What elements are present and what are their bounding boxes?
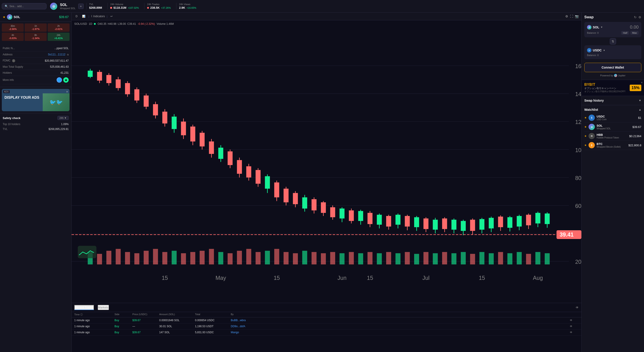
watchlist-header-row[interactable]: Watchlist ▲: [584, 108, 641, 111]
max-btn[interactable]: Max: [630, 31, 639, 35]
bybit-ad-text: オプション取引キャンペーン オプション取引手数料が30日間15%OFF!: [584, 87, 628, 93]
watchlist-item-hbb[interactable]: ★ H HBB Hubble Protocol Token $0.21364: [584, 132, 641, 141]
svg-rect-137: [256, 252, 260, 264]
half-btn[interactable]: Half: [621, 31, 629, 35]
volume-change: +107.02%: [128, 6, 139, 9]
token-name-block: SOL Wrapped SOL: [60, 3, 76, 9]
chart-fullscreen-btn[interactable]: ⛶: [570, 14, 573, 18]
table-row: 1 minute ago Buy $39.67 147 SOL 5,831.93…: [72, 330, 582, 336]
svg-rect-91: [433, 220, 438, 230]
svg-text:140.00: 140.00: [575, 91, 582, 97]
watchlist-star-icon: ★: [584, 116, 587, 119]
safety-header: Safety check 24h ▼: [3, 116, 69, 120]
top-nav: 🔍 Sea... add... ◎ SOL Wrapped SOL + TVL …: [0, 0, 644, 12]
watchlist-item-usdc[interactable]: ★ $ USDC USD Coin $1: [584, 113, 641, 122]
watchlist-item-btc[interactable]: ★ ₿ BTC Wrapped Bitcoin (Sollet) $22,800…: [584, 141, 641, 150]
chevron-down-icon: ▼: [600, 26, 603, 28]
svg-rect-138: [265, 251, 270, 264]
svg-rect-81: [386, 216, 391, 226]
svg-rect-152: [396, 253, 400, 264]
swap-settings-btn[interactable]: ⚙: [638, 15, 641, 19]
bottom-tabs: Recent Trades Markets 👁: [72, 303, 582, 312]
swap-refresh-btn[interactable]: ↻: [634, 15, 636, 19]
svg-rect-124: [134, 253, 139, 264]
svg-rect-142: [302, 251, 307, 264]
ads-banner: ADS ✕ DISPLAY YOUR ADS 🐦🐦: [2, 89, 70, 111]
bybit-ad-close-btn[interactable]: ✕: [641, 81, 643, 84]
tab-markets[interactable]: Markets: [98, 305, 109, 310]
svg-rect-166: [526, 254, 531, 264]
svg-rect-136: [246, 249, 251, 264]
svg-rect-127: [162, 252, 167, 264]
chart-settings-btn[interactable]: ⚙: [565, 14, 568, 18]
ads-close-button[interactable]: ✕: [66, 90, 68, 93]
watchlist-item-sol[interactable]: ★ ◎ SOL Wrapped SOL $39.67: [584, 122, 641, 132]
row-eye-icon[interactable]: 👁: [570, 319, 579, 322]
svg-rect-157: [442, 252, 447, 264]
safety-period-btn[interactable]: 24h ▼: [58, 116, 69, 120]
connect-wallet-button[interactable]: Connect Wallet: [584, 63, 641, 72]
svg-rect-155: [424, 252, 428, 264]
time-btn-4h[interactable]: 4h -0.03%: [2, 33, 24, 41]
svg-rect-27: [134, 89, 139, 101]
stat-more-info: More info 🌐 ◉: [3, 76, 69, 84]
svg-rect-39: [190, 127, 195, 142]
search-bar[interactable]: 🔍 Sea... add...: [2, 3, 46, 9]
globe-link[interactable]: 🌐: [56, 77, 62, 83]
token-logo: ◎: [50, 3, 57, 10]
indicators-button[interactable]: ⌇ Indicators: [91, 15, 105, 18]
add-token-button[interactable]: +: [78, 3, 84, 9]
svg-rect-63: [302, 197, 307, 209]
svg-rect-55: [265, 176, 270, 189]
views-24h-stat: 24h Views 2.9K +16.65%: [176, 3, 199, 9]
svg-rect-156: [433, 253, 438, 264]
left-token-price: $39.67: [59, 15, 69, 19]
time-btn-8h[interactable]: 8h -1.34%: [24, 33, 46, 41]
row-eye-icon[interactable]: 👁: [570, 331, 579, 334]
from-token-amount[interactable]: 0.00: [630, 24, 639, 30]
chart-btn-d[interactable]: D: [74, 14, 79, 18]
from-balance-row: Balance: 0 Half Max: [587, 31, 639, 35]
svg-rect-129: [181, 253, 186, 264]
chart-screenshot-btn[interactable]: 📷: [575, 14, 579, 18]
time-periods-grid: 30m -2.56% 1h -1.97% 2h -2.61% 4h -0.03%…: [0, 22, 71, 43]
chart-btn-bar[interactable]: 📊: [81, 14, 87, 18]
token-info-bar: ◎ SOL Wrapped SOL + TVL $268.89M 24h Vol…: [48, 3, 642, 10]
green-link[interactable]: ◉: [63, 77, 69, 83]
star-icon[interactable]: ★: [3, 15, 6, 19]
from-token-selector[interactable]: ◎ SOL ▼: [587, 25, 603, 29]
swap-action-buttons: ↻ ⚙: [634, 15, 641, 19]
svg-rect-71: [340, 209, 344, 218]
time-btn-24h[interactable]: 24h +5.41%: [48, 33, 70, 41]
svg-rect-111: [526, 215, 531, 225]
svg-rect-130: [190, 252, 195, 264]
btc-icon: ₿: [588, 142, 595, 148]
eye-icon[interactable]: 👁: [576, 306, 579, 309]
tab-recent-trades[interactable]: Recent Trades: [74, 305, 94, 310]
svg-rect-77: [368, 213, 372, 224]
copy-icon[interactable]: ⧉: [67, 53, 69, 56]
to-token-selector[interactable]: $ USDC ▼: [587, 48, 605, 52]
safety-title: Safety check: [3, 116, 20, 120]
address-value[interactable]: So111...11112: [48, 53, 65, 56]
swap-history-header[interactable]: Swap history ▼: [584, 99, 641, 102]
time-btn-30m[interactable]: 30m -2.56%: [2, 23, 24, 32]
time-btn-2h[interactable]: 2h -2.61%: [48, 23, 70, 32]
svg-rect-21: [106, 75, 111, 83]
swap-direction-btn[interactable]: ⇅: [610, 38, 616, 44]
svg-rect-43: [209, 141, 214, 154]
tvl-value: $268.89M: [89, 6, 102, 9]
ohlc-values: O40.35 H40.98 L39.00 C39.41: [98, 22, 136, 25]
svg-rect-165: [517, 252, 522, 264]
volume-24h-stat: 24h Volume $118.31M +107.02%: [107, 3, 142, 9]
time-btn-1h[interactable]: 1h -1.97%: [24, 23, 46, 32]
chart-action-buttons: ⚙ ⛶ 📷: [565, 14, 579, 18]
svg-rect-59: [284, 189, 288, 202]
token-symbol: SOL: [60, 3, 76, 7]
svg-rect-109: [517, 216, 522, 226]
svg-rect-148: [358, 253, 363, 264]
svg-rect-122: [116, 249, 120, 264]
row-eye-icon[interactable]: 👁: [570, 325, 579, 328]
bybit-logo: BYB!T: [584, 83, 628, 87]
chart-undo-btn[interactable]: ↩: [109, 14, 114, 18]
